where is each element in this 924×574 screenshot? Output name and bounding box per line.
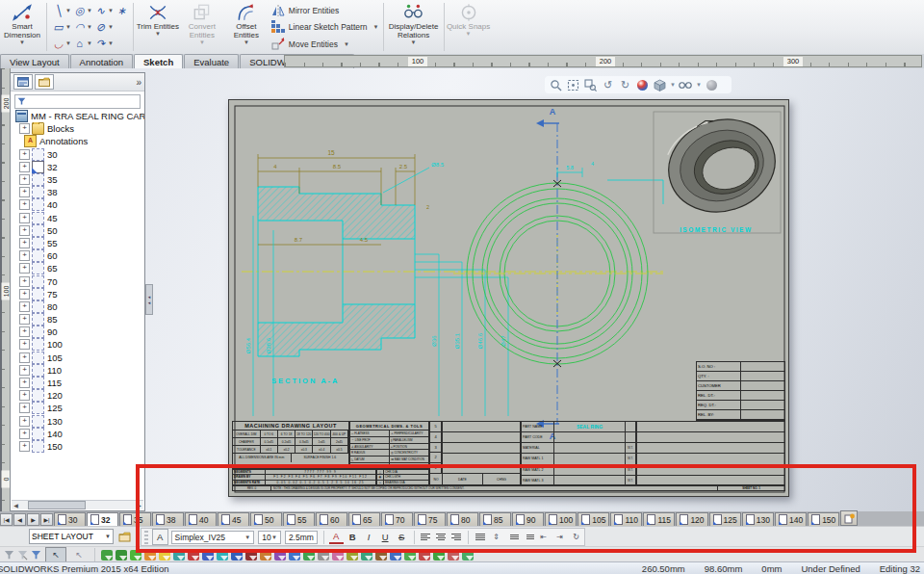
selection-filter-icon[interactable] (318, 550, 329, 561)
sheet-tab[interactable]: 85 (479, 512, 511, 526)
tree-sheet-item[interactable]: + 50 (13, 224, 144, 237)
layer-properties-button[interactable] (116, 529, 134, 544)
expand-icon[interactable]: + (19, 187, 30, 197)
selection-filter-icon[interactable] (289, 550, 300, 561)
dim-bore-b[interactable]: 4.5 (360, 237, 369, 243)
tree-sheet-item[interactable]: + 32 (13, 161, 144, 173)
previous-view-button[interactable]: ↺ (601, 78, 615, 92)
linear-sketch-pattern-button[interactable]: Linear Sketch Pattern ▼ (270, 20, 379, 35)
tree-sheet-item[interactable]: + 70 (13, 274, 144, 287)
tree-sheet-item[interactable]: + 60 (13, 249, 144, 262)
indent-button[interactable]: ⇥ (552, 530, 567, 544)
tree-sheet-item[interactable]: + 85 (13, 313, 144, 326)
expand-icon[interactable]: + (19, 174, 30, 185)
selection-filter-icon[interactable] (202, 550, 214, 561)
strikethrough-button[interactable]: S (395, 530, 409, 544)
expand-icon[interactable]: + (19, 441, 30, 452)
layer-combo[interactable]: SHEET LAYOUT ▼ (29, 529, 114, 544)
sheet-tab[interactable]: 50 (250, 512, 282, 526)
outdent-button[interactable]: ⇤ (536, 530, 551, 544)
dim-front-a[interactable]: 5.8 (566, 165, 574, 170)
align-right-button[interactable] (449, 531, 463, 543)
expand-icon[interactable]: + (19, 162, 30, 172)
selection-filter-icon[interactable] (217, 550, 228, 561)
display-delete-relations-button[interactable]: Display/Delete Relations ▼ (386, 0, 442, 54)
tree-sheet-item[interactable]: + 80 (13, 300, 144, 313)
tree-filter-input[interactable] (28, 96, 138, 108)
sheet-tab[interactable]: 80 (447, 512, 478, 526)
expand-icon[interactable]: + (19, 225, 30, 236)
dim-seg-a[interactable]: 4 (273, 164, 277, 170)
hide-show-items-button[interactable] (679, 78, 693, 92)
sheet-tab[interactable]: 35 (119, 512, 151, 526)
sheet-tab[interactable]: 110 (610, 512, 642, 526)
selection-filter-icon[interactable] (231, 550, 243, 561)
expand-icon[interactable]: + (19, 378, 30, 388)
expand-icon[interactable]: + (19, 416, 30, 427)
selection-filter-icon[interactable] (188, 550, 199, 561)
chevron-down-icon[interactable]: ▼ (670, 82, 676, 88)
tree-sheet-item[interactable]: + 125 (13, 402, 144, 414)
expand-icon[interactable]: + (19, 365, 30, 376)
tree-sheet-item[interactable]: + 30 (13, 148, 144, 161)
isometric-ring[interactable] (655, 104, 786, 225)
tree-item-blocks[interactable]: + Blocks (13, 122, 144, 135)
command-tab[interactable]: View Layout (0, 54, 69, 68)
first-sheet-button[interactable]: |◀ (0, 513, 13, 526)
sheet-tab[interactable]: 100 (545, 512, 577, 526)
expand-icon[interactable]: + (19, 276, 30, 287)
expand-icon[interactable]: + (19, 199, 30, 210)
selection-filter-icon[interactable] (462, 550, 474, 561)
command-tab[interactable]: Annotation (70, 54, 133, 68)
sheet-tab[interactable]: 115 (643, 512, 675, 526)
justify-button[interactable] (474, 531, 487, 543)
sheet-tab[interactable]: 75 (414, 512, 446, 526)
add-sheet-button[interactable] (840, 510, 858, 526)
smart-dimension-button[interactable]: Smart Dimension ▼ (0, 0, 44, 54)
text-height-field[interactable]: 2.5mm (285, 531, 318, 544)
tree-root-item[interactable]: MM - RRA SEAL RING CARBON (13, 110, 144, 122)
selection-filter-icon[interactable] (448, 550, 459, 561)
move-entities-button[interactable]: Move Entities ▼ (270, 37, 379, 51)
expand-icon[interactable]: + (19, 339, 30, 350)
next-sheet-button[interactable]: ▶ (27, 513, 39, 526)
tree-sheet-item[interactable]: + 65 (13, 262, 144, 274)
sheet-tab[interactable]: 45 (218, 512, 249, 526)
sheet-tab[interactable]: 90 (512, 512, 544, 526)
tree-sheet-item[interactable]: + 90 (13, 326, 144, 338)
align-left-button[interactable] (419, 531, 432, 543)
selection-filter-icon[interactable] (303, 550, 315, 561)
polygon-tool-button[interactable]: ⌂▼ (72, 38, 93, 49)
expand-icon[interactable]: + (19, 213, 30, 223)
scrollbar-thumb[interactable] (28, 501, 86, 509)
selection-filter-icon[interactable] (274, 550, 286, 561)
expand-icon[interactable]: + (19, 429, 30, 439)
mirror-entities-button[interactable]: Mirror Entities (270, 3, 379, 17)
selection-filter-icon[interactable] (375, 550, 387, 561)
zoom-to-area-button[interactable] (583, 78, 598, 92)
font-size-combo[interactable]: 10 ▼ (258, 531, 281, 544)
tree-sheet-item[interactable]: + 40 (13, 198, 144, 211)
section-lower-half[interactable] (258, 304, 415, 356)
expand-icon[interactable]: + (19, 403, 30, 413)
italic-button[interactable]: I (362, 530, 376, 544)
dim-dia-r1[interactable]: Ø35.1 (454, 332, 460, 349)
dim-seg-c[interactable]: 2.5 (399, 164, 408, 170)
sheet-tab[interactable]: 38 (152, 512, 184, 526)
font-color-button[interactable]: A (329, 530, 344, 544)
expand-icon[interactable]: + (19, 263, 30, 274)
selection-filter-icon[interactable] (419, 550, 430, 561)
sheet-tab[interactable]: 70 (381, 512, 413, 526)
point-tool-button[interactable]: ∗ (115, 5, 129, 16)
command-tab[interactable]: Sketch (134, 54, 183, 68)
tree-sheet-item[interactable]: + 115 (13, 377, 144, 389)
section-upper-half[interactable] (258, 187, 415, 239)
expand-icon[interactable]: + (19, 289, 30, 300)
rotate-view-button[interactable]: ↻ (618, 78, 632, 92)
selection-filter-icon[interactable] (361, 550, 372, 561)
dim-dia-l0[interactable]: Ø56.4 (245, 337, 251, 353)
arc-tool-button[interactable]: ◠▼ (72, 21, 93, 33)
chevron-down-icon[interactable]: ▼ (696, 82, 702, 88)
bold-button[interactable]: B (346, 530, 360, 544)
tree-sheet-item[interactable]: + 130 (13, 415, 144, 428)
